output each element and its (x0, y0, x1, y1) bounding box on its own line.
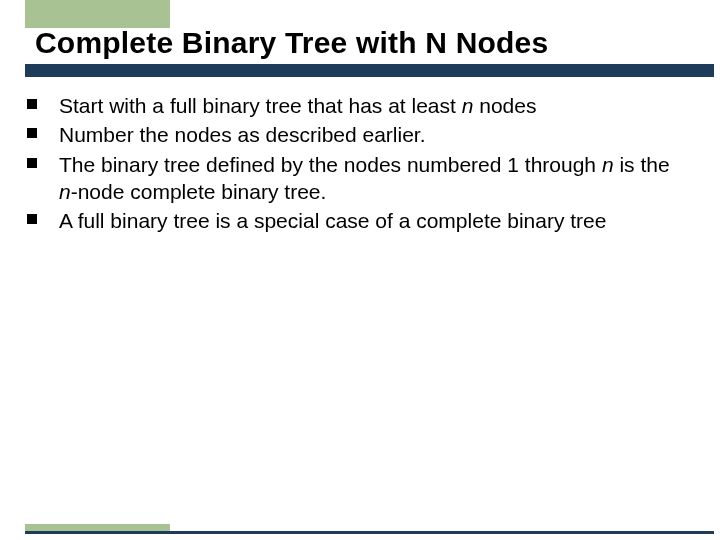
accent-box (25, 0, 170, 28)
bullet-text: Start with a full binary tree that has a… (59, 92, 536, 119)
bullet-icon (27, 128, 37, 138)
list-item: Start with a full binary tree that has a… (25, 92, 680, 119)
bullet-icon (27, 158, 37, 168)
footer-bar (25, 531, 714, 534)
slide-header: Complete Binary Tree with N Nodes (0, 0, 720, 80)
list-item: A full binary tree is a special case of … (25, 207, 680, 234)
bullet-text: Number the nodes as described earlier. (59, 121, 426, 148)
bullet-icon (27, 99, 37, 109)
bullet-icon (27, 214, 37, 224)
bullet-text: A full binary tree is a special case of … (59, 207, 606, 234)
slide-content: Start with a full binary tree that has a… (25, 92, 680, 236)
bullet-text: The binary tree defined by the nodes num… (59, 151, 680, 206)
slide-title: Complete Binary Tree with N Nodes (35, 26, 548, 60)
title-underline-bar (25, 64, 714, 77)
list-item: The binary tree defined by the nodes num… (25, 151, 680, 206)
list-item: Number the nodes as described earlier. (25, 121, 680, 148)
